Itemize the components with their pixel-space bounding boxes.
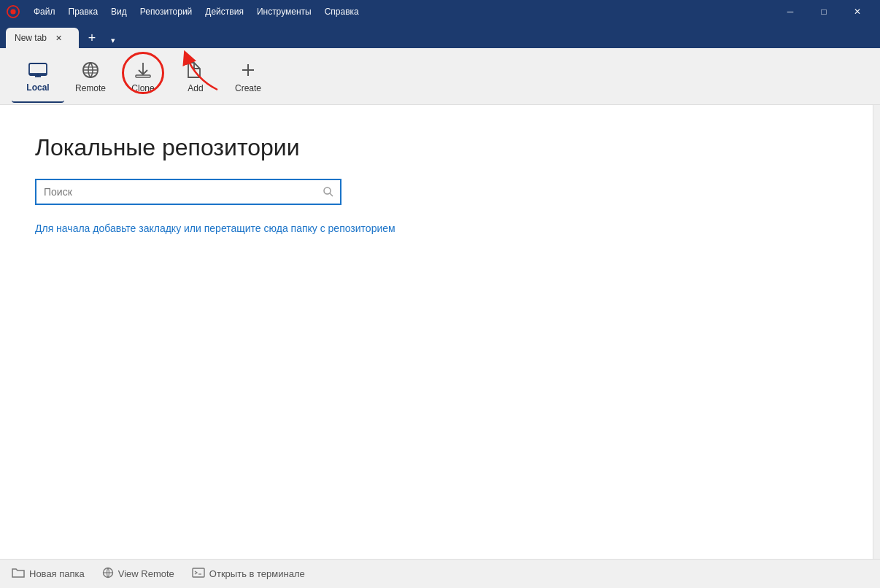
toolbar-local[interactable]: Local <box>12 50 64 103</box>
toolbar-local-label: Local <box>26 82 49 93</box>
open-terminal-label: Открыть в терминале <box>209 568 305 579</box>
toolbar-remote[interactable]: Remote <box>64 50 117 103</box>
svg-point-12 <box>324 187 331 194</box>
new-tab-button[interactable]: + <box>82 28 102 48</box>
search-icon <box>317 180 340 204</box>
svg-point-1 <box>10 9 15 14</box>
app-logo <box>6 4 20 19</box>
svg-rect-16 <box>193 568 204 577</box>
main-content: Локальные репозитории Для начала добавьт… <box>0 105 880 559</box>
window-controls: ─ □ ✕ <box>773 0 874 23</box>
toolbar-create-label: Create <box>235 83 261 93</box>
status-view-remote[interactable]: View Remote <box>102 567 174 581</box>
page-title: Локальные репозитории <box>35 134 845 161</box>
status-open-terminal[interactable]: Открыть в терминале <box>192 568 305 580</box>
menu-edit[interactable]: Правка <box>63 4 104 20</box>
tab-close-button[interactable]: ✕ <box>53 32 64 44</box>
tab-new-tab[interactable]: New tab ✕ <box>6 28 79 48</box>
local-icon <box>28 59 48 80</box>
status-bar: Новая папка View Remote Отк <box>0 559 880 588</box>
globe-icon <box>102 567 114 581</box>
tab-label: New tab <box>15 33 47 43</box>
add-icon <box>185 60 206 80</box>
search-input[interactable] <box>36 180 317 204</box>
tab-bar: New tab ✕ + ▾ <box>0 23 880 48</box>
view-remote-label: View Remote <box>118 568 174 579</box>
status-new-folder[interactable]: Новая папка <box>12 567 85 581</box>
search-box[interactable] <box>35 179 341 205</box>
menu-file[interactable]: Файл <box>28 4 61 20</box>
toolbar-add[interactable]: Add <box>169 50 222 103</box>
menu-tools[interactable]: Инструменты <box>251 4 317 20</box>
menu-bar: Файл Правка Вид Репозиторий Действия Инс… <box>28 4 365 20</box>
new-folder-label: Новая папка <box>29 568 85 579</box>
scrollbar-track[interactable] <box>873 105 880 559</box>
toolbar: Local Remote Clone <box>0 48 880 105</box>
toolbar-remote-label: Remote <box>75 83 106 93</box>
menu-actions[interactable]: Действия <box>199 4 250 20</box>
minimize-button[interactable]: ─ <box>773 0 807 23</box>
toolbar-clone-label: Clone <box>131 83 154 93</box>
folder-icon <box>12 567 25 581</box>
empty-hint[interactable]: Для начала добавьте закладку или перетащ… <box>35 223 845 234</box>
maximize-button[interactable]: □ <box>807 0 841 23</box>
toolbar-add-label: Add <box>188 83 203 93</box>
remote-icon <box>80 60 101 80</box>
toolbar-create[interactable]: Create <box>222 50 274 103</box>
clone-icon <box>133 60 153 80</box>
svg-rect-9 <box>136 75 150 77</box>
menu-repository[interactable]: Репозиторий <box>134 4 198 20</box>
svg-line-13 <box>330 193 333 196</box>
terminal-icon <box>192 568 205 580</box>
menu-view[interactable]: Вид <box>105 4 133 20</box>
tab-dropdown-button[interactable]: ▾ <box>105 32 121 48</box>
create-icon <box>238 60 258 80</box>
title-bar: Файл Правка Вид Репозиторий Действия Инс… <box>0 0 880 23</box>
close-button[interactable]: ✕ <box>841 0 874 23</box>
toolbar-clone[interactable]: Clone <box>117 50 169 103</box>
menu-help[interactable]: Справка <box>319 4 365 20</box>
